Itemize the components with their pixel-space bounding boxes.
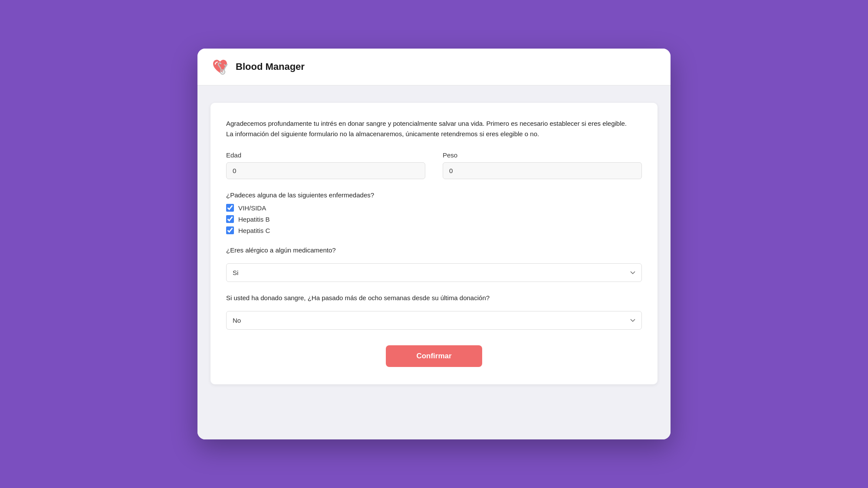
allergy-select[interactable]: Si No [226, 263, 642, 282]
diseases-question: ¿Padeces alguna de las siguientes enferm… [226, 191, 642, 199]
vih-checkbox-item: VIH/SIDA [226, 204, 642, 212]
hepb-checkbox-item: Hepatitis B [226, 215, 642, 223]
allergy-question: ¿Eres alérgico a algún medicamento? [226, 246, 642, 254]
hepb-label: Hepatitis B [238, 216, 270, 223]
main-content: Agradecemos profundamente tu intrés en d… [197, 85, 671, 439]
confirm-button[interactable]: Confirmar [386, 345, 482, 367]
donation-question: Si usted ha donado sangre, ¿Ha pasado má… [226, 294, 642, 301]
peso-input[interactable] [443, 162, 642, 179]
donation-select[interactable]: Si No [226, 311, 642, 330]
peso-label: Peso [443, 151, 642, 159]
hepb-checkbox[interactable] [226, 215, 234, 223]
form-card: Agradecemos profundamente tu intrés en d… [210, 103, 658, 384]
svg-point-1 [222, 71, 224, 73]
intro-text: Agradecemos profundamente tu intrés en d… [226, 118, 642, 139]
fields-row: Edad Peso [226, 151, 642, 179]
edad-group: Edad [226, 151, 425, 179]
confirm-btn-wrapper: Confirmar [226, 345, 642, 367]
diseases-section: ¿Padeces alguna de las siguientes enferm… [226, 191, 642, 234]
allergy-section: ¿Eres alérgico a algún medicamento? Si N… [226, 246, 642, 282]
hepc-label: Hepatitis C [238, 227, 270, 234]
vih-checkbox[interactable] [226, 204, 234, 212]
app-logo [210, 56, 230, 77]
app-title: Blood Manager [236, 61, 305, 72]
vih-label: VIH/SIDA [238, 204, 266, 212]
intro-line1: Agradecemos profundamente tu intrés en d… [226, 120, 627, 127]
edad-input[interactable] [226, 162, 425, 179]
app-window: Blood Manager Agradecemos profundamente … [197, 49, 671, 439]
header: Blood Manager [197, 49, 671, 85]
donation-section: Si usted ha donado sangre, ¿Ha pasado má… [226, 294, 642, 330]
hepc-checkbox-item: Hepatitis C [226, 226, 642, 234]
hepc-checkbox[interactable] [226, 226, 234, 234]
peso-group: Peso [443, 151, 642, 179]
intro-line2: La información del siguiente formulario … [226, 130, 539, 138]
edad-label: Edad [226, 151, 425, 159]
